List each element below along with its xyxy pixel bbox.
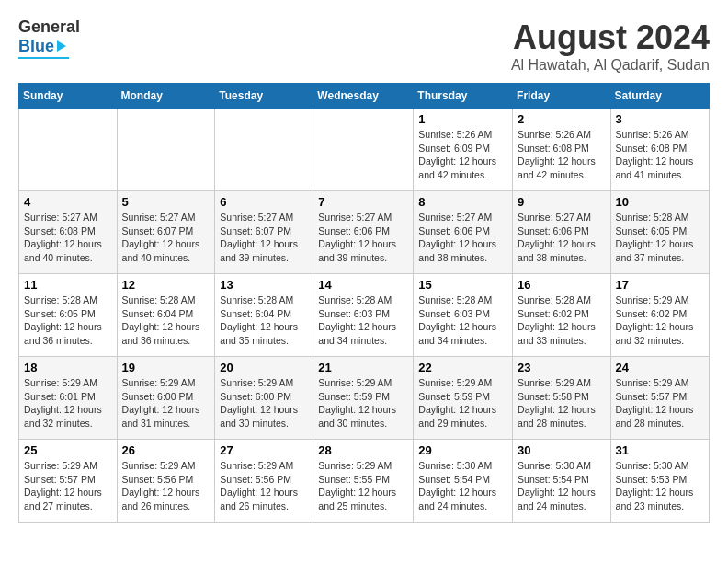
day-info: Sunrise: 5:26 AM Sunset: 6:08 PM Dayligh…: [616, 128, 704, 182]
day-info: Sunrise: 5:28 AM Sunset: 6:03 PM Dayligh…: [318, 293, 408, 348]
table-row: 1Sunrise: 5:26 AM Sunset: 6:09 PM Daylig…: [414, 109, 513, 191]
logo-general-text: General: [18, 18, 80, 37]
table-row: 8Sunrise: 5:27 AM Sunset: 6:06 PM Daylig…: [414, 191, 513, 274]
col-friday: Friday: [513, 84, 611, 109]
day-number: 30: [518, 443, 606, 457]
day-number: 10: [616, 195, 704, 209]
table-row: 29Sunrise: 5:30 AM Sunset: 5:54 PM Dayli…: [414, 440, 513, 523]
day-info: Sunrise: 5:29 AM Sunset: 5:56 PM Dayligh…: [122, 459, 210, 513]
table-row: 23Sunrise: 5:29 AM Sunset: 5:58 PM Dayli…: [513, 357, 611, 440]
day-info: Sunrise: 5:29 AM Sunset: 5:56 PM Dayligh…: [220, 459, 308, 513]
table-row: [313, 109, 414, 191]
table-row: 17Sunrise: 5:29 AM Sunset: 6:02 PM Dayli…: [610, 274, 709, 357]
day-number: 24: [616, 361, 704, 374]
table-row: 12Sunrise: 5:28 AM Sunset: 6:04 PM Dayli…: [117, 274, 215, 357]
table-row: 28Sunrise: 5:29 AM Sunset: 5:55 PM Dayli…: [313, 440, 414, 523]
day-number: 20: [220, 361, 308, 374]
table-row: 10Sunrise: 5:28 AM Sunset: 6:05 PM Dayli…: [610, 191, 709, 274]
table-row: [19, 109, 118, 191]
day-info: Sunrise: 5:26 AM Sunset: 6:09 PM Dayligh…: [418, 128, 507, 182]
calendar-week-row: 1Sunrise: 5:26 AM Sunset: 6:09 PM Daylig…: [19, 109, 710, 191]
day-number: 31: [616, 443, 704, 457]
table-row: [117, 109, 215, 191]
calendar-subtitle: Al Hawatah, Al Qadarif, Sudan: [511, 57, 710, 74]
table-row: 7Sunrise: 5:27 AM Sunset: 6:06 PM Daylig…: [313, 191, 414, 274]
day-number: 27: [220, 443, 308, 457]
title-section: August 2024 Al Hawatah, Al Qadarif, Suda…: [511, 18, 710, 74]
day-info: Sunrise: 5:27 AM Sunset: 6:06 PM Dayligh…: [518, 211, 606, 265]
day-info: Sunrise: 5:29 AM Sunset: 6:00 PM Dayligh…: [122, 376, 210, 431]
day-info: Sunrise: 5:28 AM Sunset: 6:04 PM Dayligh…: [122, 293, 210, 348]
table-row: 5Sunrise: 5:27 AM Sunset: 6:07 PM Daylig…: [117, 191, 215, 274]
table-row: 26Sunrise: 5:29 AM Sunset: 5:56 PM Dayli…: [117, 440, 215, 523]
table-row: 15Sunrise: 5:28 AM Sunset: 6:03 PM Dayli…: [414, 274, 513, 357]
day-number: 17: [616, 278, 704, 292]
table-row: 27Sunrise: 5:29 AM Sunset: 5:56 PM Dayli…: [215, 440, 313, 523]
day-number: 21: [318, 361, 408, 374]
logo-bar: [18, 57, 69, 59]
day-info: Sunrise: 5:29 AM Sunset: 6:00 PM Dayligh…: [220, 376, 308, 431]
col-thursday: Thursday: [414, 84, 513, 109]
table-row: 24Sunrise: 5:29 AM Sunset: 5:57 PM Dayli…: [610, 357, 709, 440]
day-info: Sunrise: 5:28 AM Sunset: 6:02 PM Dayligh…: [518, 293, 606, 348]
day-info: Sunrise: 5:29 AM Sunset: 5:55 PM Dayligh…: [318, 459, 408, 513]
day-info: Sunrise: 5:29 AM Sunset: 5:59 PM Dayligh…: [318, 376, 408, 431]
logo: General Blue: [18, 18, 80, 59]
day-number: 11: [24, 278, 112, 292]
day-info: Sunrise: 5:29 AM Sunset: 6:01 PM Dayligh…: [24, 376, 112, 431]
day-number: 4: [24, 195, 112, 209]
day-number: 7: [318, 195, 408, 209]
calendar-header-row: Sunday Monday Tuesday Wednesday Thursday…: [19, 84, 710, 109]
day-number: 29: [418, 443, 507, 457]
day-number: 22: [418, 361, 507, 374]
col-monday: Monday: [117, 84, 215, 109]
day-number: 5: [122, 195, 210, 209]
day-number: 23: [518, 361, 606, 374]
day-info: Sunrise: 5:30 AM Sunset: 5:53 PM Dayligh…: [616, 459, 704, 513]
table-row: 13Sunrise: 5:28 AM Sunset: 6:04 PM Dayli…: [215, 274, 313, 357]
calendar-week-row: 4Sunrise: 5:27 AM Sunset: 6:08 PM Daylig…: [19, 191, 710, 274]
day-number: 16: [518, 278, 606, 292]
calendar-table: Sunday Monday Tuesday Wednesday Thursday…: [18, 83, 710, 523]
table-row: 2Sunrise: 5:26 AM Sunset: 6:08 PM Daylig…: [513, 109, 611, 191]
table-row: 18Sunrise: 5:29 AM Sunset: 6:01 PM Dayli…: [19, 357, 118, 440]
day-info: Sunrise: 5:28 AM Sunset: 6:03 PM Dayligh…: [418, 293, 507, 348]
col-sunday: Sunday: [19, 84, 118, 109]
calendar-week-row: 25Sunrise: 5:29 AM Sunset: 5:57 PM Dayli…: [19, 440, 710, 523]
day-info: Sunrise: 5:27 AM Sunset: 6:07 PM Dayligh…: [220, 211, 308, 265]
calendar-week-row: 18Sunrise: 5:29 AM Sunset: 6:01 PM Dayli…: [19, 357, 710, 440]
table-row: 30Sunrise: 5:30 AM Sunset: 5:54 PM Dayli…: [513, 440, 611, 523]
day-info: Sunrise: 5:28 AM Sunset: 6:04 PM Dayligh…: [220, 293, 308, 348]
calendar-title: August 2024: [511, 18, 710, 57]
day-info: Sunrise: 5:26 AM Sunset: 6:08 PM Dayligh…: [518, 128, 606, 182]
table-row: 3Sunrise: 5:26 AM Sunset: 6:08 PM Daylig…: [610, 109, 709, 191]
day-number: 6: [220, 195, 308, 209]
table-row: 16Sunrise: 5:28 AM Sunset: 6:02 PM Dayli…: [513, 274, 611, 357]
col-tuesday: Tuesday: [215, 84, 313, 109]
day-number: 28: [318, 443, 408, 457]
day-info: Sunrise: 5:29 AM Sunset: 5:58 PM Dayligh…: [518, 376, 606, 431]
day-number: 3: [616, 112, 704, 126]
header: General Blue August 2024 Al Hawatah, Al …: [18, 18, 710, 74]
table-row: 14Sunrise: 5:28 AM Sunset: 6:03 PM Dayli…: [313, 274, 414, 357]
col-saturday: Saturday: [610, 84, 709, 109]
table-row: 19Sunrise: 5:29 AM Sunset: 6:00 PM Dayli…: [117, 357, 215, 440]
day-info: Sunrise: 5:29 AM Sunset: 5:59 PM Dayligh…: [418, 376, 507, 431]
day-info: Sunrise: 5:27 AM Sunset: 6:07 PM Dayligh…: [122, 211, 210, 265]
col-wednesday: Wednesday: [313, 84, 414, 109]
day-number: 26: [122, 443, 210, 457]
table-row: 31Sunrise: 5:30 AM Sunset: 5:53 PM Dayli…: [610, 440, 709, 523]
table-row: 20Sunrise: 5:29 AM Sunset: 6:00 PM Dayli…: [215, 357, 313, 440]
table-row: 21Sunrise: 5:29 AM Sunset: 5:59 PM Dayli…: [313, 357, 414, 440]
day-number: 19: [122, 361, 210, 374]
table-row: 4Sunrise: 5:27 AM Sunset: 6:08 PM Daylig…: [19, 191, 118, 274]
day-info: Sunrise: 5:29 AM Sunset: 5:57 PM Dayligh…: [616, 376, 704, 431]
calendar-week-row: 11Sunrise: 5:28 AM Sunset: 6:05 PM Dayli…: [19, 274, 710, 357]
day-info: Sunrise: 5:27 AM Sunset: 6:06 PM Dayligh…: [418, 211, 507, 265]
day-info: Sunrise: 5:30 AM Sunset: 5:54 PM Dayligh…: [418, 459, 507, 513]
day-number: 8: [418, 195, 507, 209]
table-row: 11Sunrise: 5:28 AM Sunset: 6:05 PM Dayli…: [19, 274, 118, 357]
logo-chevron-icon: [57, 40, 66, 52]
table-row: 6Sunrise: 5:27 AM Sunset: 6:07 PM Daylig…: [215, 191, 313, 274]
day-number: 1: [418, 112, 507, 126]
